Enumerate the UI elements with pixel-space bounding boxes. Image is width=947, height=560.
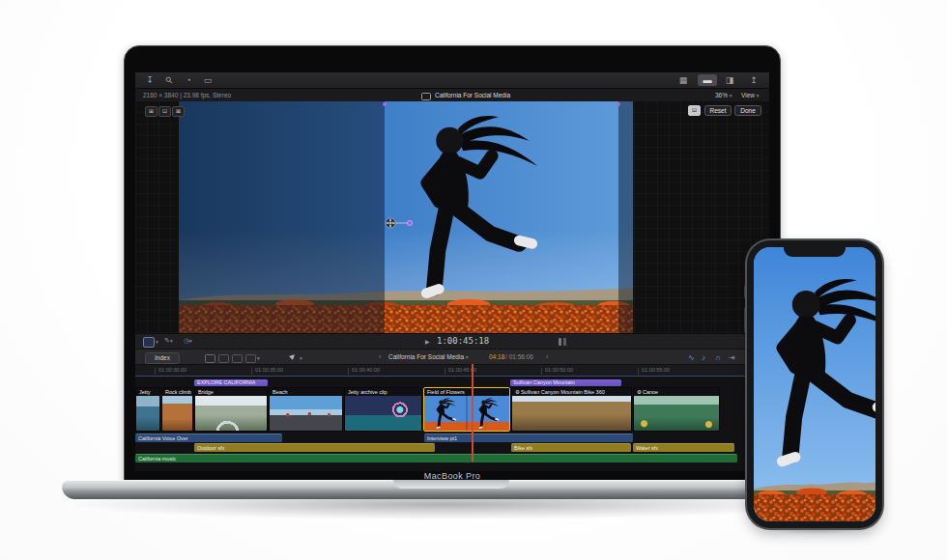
clip-appearance-icon[interactable] [205, 354, 215, 363]
audio-skimming-icon[interactable]: ♪ [702, 352, 705, 363]
video-clip-selected[interactable]: Field of Flowers [423, 387, 510, 432]
current-timecode: 1:00:45:18 [437, 336, 489, 346]
timeline-toolbar: Index ▾ ▶ ▾ ‹ California For Social Medi… [135, 349, 769, 365]
video-clip[interactable]: Jetty archive clip [344, 387, 422, 432]
timecode-display-icon[interactable]: ◷▾ [184, 337, 192, 345]
title-clip[interactable]: Sullivan Canyon Mountain [510, 379, 621, 386]
video-clip[interactable]: Rock climb [161, 387, 193, 432]
crop-move-handle-icon[interactable] [386, 218, 395, 228]
timeline-options-icon[interactable] [143, 337, 155, 348]
elapsed-time: 04:18 [489, 350, 504, 365]
total-duration: / 01:56:06 [505, 350, 533, 365]
next-project-icon[interactable]: › [546, 350, 548, 365]
ruler-tick: 01:00:40:00 [352, 367, 380, 373]
background-tasks-icon[interactable]: ◔ [182, 74, 195, 86]
import-media-icon[interactable]: ↧ [143, 74, 157, 86]
audio-meter-icon[interactable] [563, 338, 566, 346]
extensions-icon[interactable]: ▭ [201, 74, 215, 86]
crop-mode-icon[interactable]: ⊡ [688, 105, 701, 116]
video-clip[interactable]: Bridge [194, 387, 268, 432]
reset-button[interactable]: Reset [704, 105, 732, 116]
audio-meter-icon[interactable] [559, 338, 561, 346]
audio-clip[interactable]: Interview pt1 [424, 434, 633, 442]
inspector-toggle-icon[interactable]: ◨ [723, 74, 736, 86]
video-clip[interactable]: Jetty [135, 387, 160, 432]
chevron-down-icon: ▾ [300, 355, 302, 361]
fcp-window: ↧ ⚲ ◔ ▭ ▦ ▬ ◨ ↥ 2160 × 3840 | 23.98 fps,… [135, 72, 769, 471]
phone-notch [784, 247, 846, 257]
video-clip[interactable]: ⚙Sullivan Canyon Mountain Bike 360 [511, 387, 632, 432]
chevron-down-icon: ▾ [730, 93, 732, 98]
audio-clip[interactable]: Bike sfx [511, 443, 631, 452]
browser-view-icon[interactable]: ▦ [676, 74, 690, 86]
timeline-lanes[interactable]: EXPLORE CALIFORNIA Sullivan Canyon Mount… [135, 376, 769, 471]
viewer-canvas[interactable]: ⊞ ⊡ ⊠ ⊡ Reset Done [135, 101, 769, 333]
view-dropdown[interactable]: View ▾ [741, 89, 760, 102]
clip-format-info: 2160 × 3840 | 23.98 fps, Stereo [143, 89, 231, 101]
macbook-lid-scoop [393, 480, 509, 489]
timecode-bar: ▾ ✎▾ ◷▾ ▶ 1:00:45:18 [135, 333, 769, 350]
solo-icon[interactable]: ∩ [715, 352, 721, 363]
marketing-scene: { "macbook": { "brand_label": "MacBook P… [0, 0, 947, 560]
audio-clip[interactable]: California music [135, 454, 737, 462]
keyword-editor-icon[interactable]: ⚲ [160, 72, 178, 89]
crop-button[interactable]: ⊡ [158, 106, 171, 117]
timeline-view-icon[interactable]: ▬ [698, 74, 717, 86]
transform-button[interactable]: ⊞ [145, 106, 158, 117]
clip-appearance-icon[interactable] [232, 354, 243, 363]
play-icon[interactable]: ▶ [425, 338, 430, 345]
video-frame[interactable] [179, 101, 633, 333]
playhead[interactable] [472, 364, 474, 462]
crop-corner-handle[interactable] [383, 102, 387, 106]
ruler-tick: 01:00:55:00 [642, 367, 670, 373]
tool-menu-icon[interactable]: ✎▾ [164, 337, 173, 345]
ruler-tick: 01:00:35:00 [255, 367, 283, 373]
chevron-down-icon: ▾ [757, 93, 760, 98]
spherical-360-icon: ⚙ [637, 389, 642, 395]
done-button[interactable]: Done [734, 105, 761, 116]
crop-dim-right [618, 101, 633, 333]
index-button[interactable]: Index [145, 352, 180, 364]
crop-dim-left [179, 101, 385, 333]
audio-clip[interactable]: California Voice Over [135, 434, 282, 442]
audio-clip[interactable]: Outdoor sfx [194, 443, 435, 452]
share-icon[interactable]: ↥ [747, 74, 760, 86]
video-clip[interactable]: Beach [269, 387, 343, 432]
audio-clip[interactable]: Water sfx [633, 443, 734, 452]
viewer-project-title: California For Social Media [435, 89, 510, 101]
chevron-down-icon: ▾ [156, 339, 158, 345]
phone-video [754, 247, 875, 521]
video-clip[interactable]: ⚙Canoe [633, 387, 720, 432]
clip-appearance-icon[interactable] [245, 354, 256, 363]
iphone-screen [754, 247, 875, 521]
spherical-360-icon: ⚙ [515, 389, 520, 395]
crop-corner-handle[interactable] [617, 102, 620, 106]
chevron-down-icon: ▾ [466, 354, 469, 360]
ruler-tick: 01:00:30:00 [158, 367, 187, 373]
skimming-icon[interactable]: ∿ [688, 352, 695, 363]
display-icon [421, 93, 431, 100]
ruler-tick: 01:00:50:00 [545, 367, 573, 373]
select-tool-icon[interactable]: ▶ [288, 351, 297, 360]
snapping-icon[interactable]: ⇥ [729, 352, 735, 363]
timeline-project-dropdown[interactable]: California For Social Media ▾ [388, 350, 469, 365]
crop-edge-handle[interactable] [408, 221, 413, 226]
fcp-toolbar: ↧ ⚲ ◔ ▭ ▦ ▬ ◨ ↥ [135, 72, 769, 89]
viewer-info-bar: 2160 × 3840 | 23.98 fps, Stereo Californ… [135, 89, 769, 101]
chevron-down-icon: ▾ [257, 355, 260, 361]
previous-project-icon[interactable]: ‹ [379, 350, 381, 365]
title-clip[interactable]: EXPLORE CALIFORNIA [194, 379, 268, 386]
distort-button[interactable]: ⊠ [172, 106, 185, 117]
zoom-level-dropdown[interactable]: 36% ▾ [715, 89, 732, 102]
clip-appearance-icon[interactable] [218, 354, 229, 363]
